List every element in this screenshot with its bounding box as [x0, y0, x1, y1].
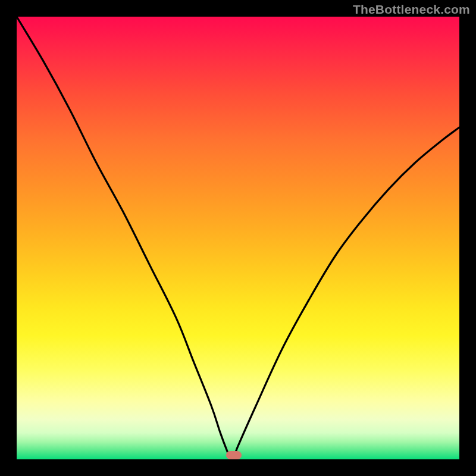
watermark-text: TheBottleneck.com	[353, 2, 470, 17]
bottleneck-curve	[17, 17, 459, 459]
optimal-point-marker	[226, 451, 242, 459]
chart-frame: TheBottleneck.com	[0, 0, 476, 476]
plot-area	[17, 17, 459, 459]
